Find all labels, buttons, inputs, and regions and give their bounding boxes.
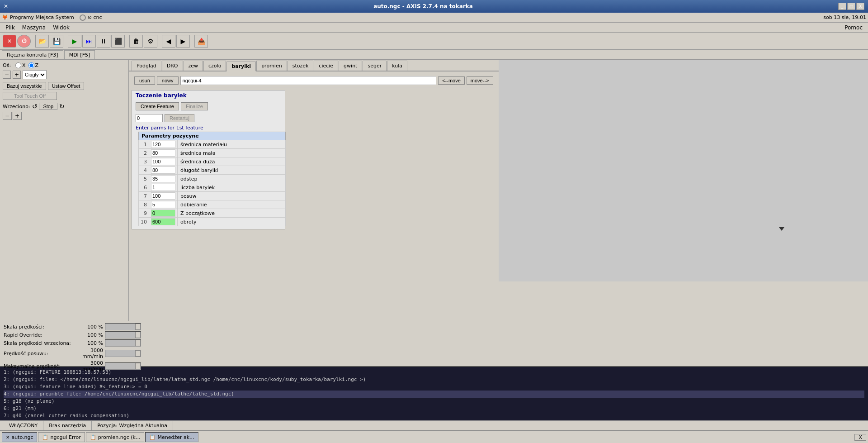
- run-button[interactable]: ▶: [68, 35, 81, 48]
- spindle-cw-icon[interactable]: ↻: [59, 103, 65, 110]
- row-value-input[interactable]: [151, 175, 175, 182]
- status-bar: WŁĄCZONY Brak narzędzia Pozycja: Względn…: [0, 420, 868, 430]
- plus-jog[interactable]: +: [13, 71, 21, 79]
- posuw-slider[interactable]: [105, 350, 141, 357]
- prev-button[interactable]: ◀: [162, 35, 175, 48]
- step-button[interactable]: ⏭: [82, 35, 96, 48]
- save-button[interactable]: 💾: [50, 35, 63, 48]
- taskbar-item-ngcgui[interactable]: 📋 ngcgui Error: [38, 432, 85, 442]
- row-value-input[interactable]: [151, 158, 175, 165]
- jog-mode-select[interactable]: Ciągły: [23, 70, 47, 79]
- send-button[interactable]: 📤: [194, 35, 208, 48]
- tab-stozek[interactable]: stozek: [288, 61, 314, 71]
- row-value-cell[interactable]: [149, 149, 178, 157]
- cnc-circle: [80, 14, 86, 21]
- stop-spindle-button[interactable]: Stop: [39, 103, 57, 110]
- new-feature-button[interactable]: nowy: [157, 76, 179, 85]
- wrzeciono-speed-slider[interactable]: [105, 339, 141, 347]
- power-button[interactable]: ⏻: [17, 35, 31, 48]
- taskbar-item-auto[interactable]: ✕ auto.ngc: [2, 432, 37, 442]
- restart-button[interactable]: Restartuj: [165, 114, 194, 122]
- finalize-button[interactable]: Finalize: [181, 102, 208, 110]
- menu-pomoc[interactable]: Pomoc: [841, 24, 866, 32]
- menu-widok[interactable]: Widok: [49, 24, 73, 32]
- tab-dro[interactable]: DRO: [162, 61, 183, 71]
- ustaw-offset-button[interactable]: Ustaw Offset: [48, 82, 85, 90]
- row-value-cell[interactable]: [149, 218, 178, 226]
- taskbar-x-button[interactable]: X: [854, 434, 866, 441]
- minimize-button[interactable]: _: [838, 3, 846, 10]
- open-button[interactable]: 📂: [35, 35, 49, 48]
- axis-x-input[interactable]: [15, 62, 21, 68]
- posuw-value: 3000 mm/min: [76, 348, 103, 359]
- settings-button[interactable]: ⚙: [144, 35, 157, 48]
- taskbar-item-promien[interactable]: 📋 promien.ngc (k...: [86, 432, 145, 442]
- axis-z-input[interactable]: [28, 62, 34, 68]
- rapid-label: Rapid Override:: [4, 332, 76, 338]
- row-value-cell[interactable]: [149, 209, 178, 218]
- tab-czolo[interactable]: czolo: [203, 61, 226, 71]
- tool-touch-button[interactable]: Tool Touch Off: [3, 92, 57, 100]
- toolbar: ✕ ⏻ 📂 💾 ▶ ⏭ ⏸ ⬛ 🗑 ⚙ ◀ ▶ 📤: [0, 33, 868, 50]
- row-value-cell[interactable]: [149, 200, 178, 209]
- axis-x-radio[interactable]: X: [15, 62, 26, 68]
- row-value-cell[interactable]: [149, 157, 178, 166]
- row-value-input[interactable]: [151, 218, 175, 225]
- menu-maszyna[interactable]: Maszyna: [19, 24, 49, 32]
- max-slider[interactable]: [105, 362, 141, 370]
- tab-seger[interactable]: seger: [363, 61, 387, 71]
- row-value-input[interactable]: [151, 210, 175, 217]
- log-area[interactable]: 1: (ngcgui: FEATURE 160813:18.57.53)2: (…: [0, 366, 868, 420]
- fwd-move-button[interactable]: move-->: [467, 76, 493, 85]
- bazuj-wszystkie-button[interactable]: Bazuj wszystkie: [3, 82, 46, 90]
- row-value-cell[interactable]: [149, 166, 178, 175]
- back-move-button[interactable]: <--move: [438, 76, 465, 85]
- row-num: 8: [139, 200, 149, 209]
- pause-button[interactable]: ⏸: [97, 35, 110, 48]
- remove-feature-button[interactable]: usuń: [134, 76, 155, 85]
- tab-zew[interactable]: zew: [184, 61, 203, 71]
- programy-menu[interactable]: Programy Miejsca System: [10, 14, 74, 20]
- tab-ciecie[interactable]: ciecie: [314, 61, 338, 71]
- estop-button[interactable]: ✕: [3, 35, 16, 48]
- system-bar: 🦊 Programy Miejsca System ⊙ cnc sob 13 s…: [0, 13, 868, 23]
- tab-promien[interactable]: promien: [256, 61, 287, 71]
- row-value-input[interactable]: [151, 149, 175, 157]
- tab-kula[interactable]: kula: [387, 61, 407, 71]
- tab-gwint[interactable]: gwint: [339, 61, 362, 71]
- row-value-input[interactable]: [151, 141, 175, 148]
- spindle-ccw-icon[interactable]: ↺: [32, 103, 38, 110]
- row-value-input[interactable]: [151, 201, 175, 208]
- skala-label: Skala prędkości:: [4, 324, 76, 330]
- next-button[interactable]: ▶: [176, 35, 190, 48]
- titlebar-controls: _ □ X: [838, 3, 864, 10]
- tab-manual[interactable]: Ręczna kontrola [F3]: [2, 50, 63, 59]
- create-feature-button[interactable]: Create Feature: [136, 102, 179, 110]
- row-value-cell[interactable]: [149, 192, 178, 200]
- maximize-button[interactable]: □: [847, 3, 855, 10]
- taskbar-item-menedzer[interactable]: 📋 Menedżer ak...: [145, 432, 198, 442]
- close-button[interactable]: X: [856, 3, 864, 10]
- feature-name-input[interactable]: [180, 76, 437, 85]
- menu-plik[interactable]: Plik: [2, 24, 19, 32]
- stop-button[interactable]: ⬛: [111, 35, 125, 48]
- skala-slider[interactable]: [105, 323, 141, 330]
- spindle-minus-button[interactable]: −: [3, 112, 12, 120]
- rapid-slider[interactable]: [105, 331, 141, 338]
- row-value-cell[interactable]: [149, 140, 178, 149]
- row-label: dobieranie: [178, 200, 286, 209]
- row-value-input[interactable]: [151, 192, 175, 200]
- row-value-input[interactable]: [151, 167, 175, 174]
- axis-z-radio[interactable]: Z: [28, 62, 39, 68]
- row-value-cell[interactable]: [149, 175, 178, 183]
- minus-jog[interactable]: −: [3, 71, 11, 79]
- row-value-cell[interactable]: [149, 183, 178, 192]
- tab-podglad[interactable]: Podgląd: [132, 61, 161, 71]
- tab-barylki[interactable]: barylki: [226, 62, 256, 71]
- toczenie-title[interactable]: Toczenie barylek: [132, 91, 285, 100]
- clear-button[interactable]: 🗑: [129, 35, 143, 48]
- value-field[interactable]: [136, 114, 163, 122]
- row-value-input[interactable]: [151, 184, 175, 191]
- tab-mdi[interactable]: MDI [F5]: [64, 50, 95, 59]
- spindle-plus-button[interactable]: +: [13, 112, 22, 120]
